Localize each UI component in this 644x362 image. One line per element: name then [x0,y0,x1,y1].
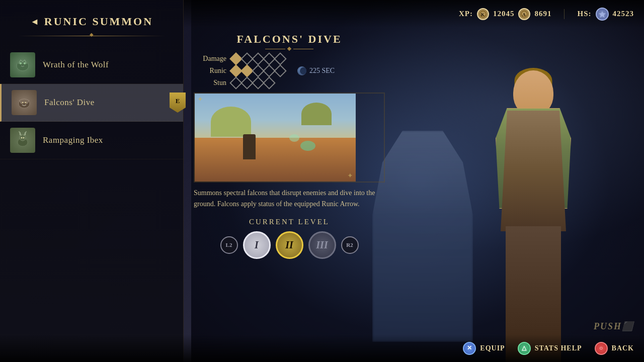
ibex-ability-name: Rampaging Ibex [43,135,103,145]
svg-point-6 [24,62,26,64]
push-logo: PUSH⬛ [594,321,634,332]
ability-title-section: FALCONS' DIVE [194,33,385,50]
stun-stat-row: Stun [194,78,385,87]
atreus-xp-icon: A [518,8,530,20]
scene-island-2 [301,103,332,125]
hs-icon [596,8,609,21]
equip-button[interactable]: ✕ EQUIP [463,342,505,355]
title-ornament [194,47,385,50]
atreus-character [438,20,629,362]
scene-character [243,134,256,159]
x-button-icon: ✕ [463,342,476,355]
runic-header: ◄ RUNIC SUMMON [0,0,183,33]
svg-point-8 [22,102,24,104]
hs-section: HS: 42523 [577,8,634,21]
stats-help-label: STATS HELP [535,344,582,352]
triangle-button-icon: △ [518,342,531,355]
damage-diamond-5 [274,52,286,65]
expand-corner-br: ✦ [347,171,353,180]
sidebar-title: RUNIC SUMMON [44,15,153,28]
level-section: CURRENT LEVEL L2 I II III R2 [194,218,385,259]
wolf-ability-name: Wrath of the Wolf [43,60,109,70]
level-1-circle[interactable]: I [243,231,271,259]
ability-description: Summons spectral falcons that disrupt en… [194,188,385,210]
svg-point-13 [23,137,25,139]
svg-text:K: K [481,12,485,17]
xp-value-1: 12045 [493,10,515,18]
svg-point-11 [20,135,26,141]
stun-diamond-4 [263,76,275,89]
bottom-action-bar: ✕ EQUIP △ STATS HELP ○ BACK [0,334,644,362]
svg-point-12 [21,137,23,139]
ability-item-wolf[interactable]: Wrath of the Wolf [0,46,183,84]
runic-diamonds [231,66,285,75]
svg-point-5 [20,62,22,64]
preview-scene [195,94,356,182]
runic-diamond-5 [274,64,286,77]
damage-stat-row: Damage [194,54,385,63]
damage-diamonds [231,54,285,63]
ibex-icon [10,128,35,153]
sidebar: ◄ RUNIC SUMMON Wrath of the Wolf [0,0,184,362]
preview-container: ✦ ✦ [194,93,385,183]
wolf-icon [10,52,35,77]
level-3-circle: III [308,231,336,259]
cooldown-label: 225 SEC [297,66,335,75]
falcon-icon [12,90,37,115]
level-2-circle[interactable]: II [276,231,303,259]
xp-section: XP: K 12045 A 8691 [459,8,552,20]
cooldown-value: 225 SEC [309,67,335,75]
xp-value-2: 8691 [534,10,551,18]
r2-button[interactable]: R2 [341,236,359,254]
l2-button[interactable]: L2 [220,236,238,254]
ability-item-ibex[interactable]: Rampaging Ibex [0,122,183,159]
level-title: CURRENT LEVEL [194,218,385,226]
back-button[interactable]: ○ BACK [595,342,634,355]
stats-help-button[interactable]: △ STATS HELP [518,342,582,355]
hs-label: HS: [577,10,591,18]
main-panel: FALCONS' DIVE Damage Runic [184,28,395,269]
ability-title: FALCONS' DIVE [194,33,385,46]
runic-divider [18,36,165,36]
level-controls: L2 I II III R2 [194,231,385,259]
stun-label: Stun [194,79,226,87]
scene-ground [195,138,356,182]
scene-falcon-1 [300,141,315,151]
hs-value: 42523 [613,10,634,18]
atreus-torso [501,111,566,231]
stun-diamonds [231,78,274,87]
moon-icon [297,66,306,75]
back-arrow[interactable]: ◄ [30,17,39,27]
back-label: BACK [612,344,634,352]
svg-point-9 [25,102,27,104]
svg-text:A: A [523,12,527,17]
ability-preview-image: ✦ ✦ [195,94,356,182]
ability-item-falcon[interactable]: Falcons' Dive E [0,84,183,122]
xp-label: XP: [459,10,473,18]
runic-label: Runic [194,67,226,75]
header-separator [564,9,565,19]
circle-button-icon: ○ [595,342,608,355]
scene-island-1 [211,107,251,137]
equip-label: EQUIP [480,344,505,352]
damage-label: Damage [194,55,226,63]
runic-stat-row: Runic 225 SEC [194,66,385,75]
falcon-ability-name: Falcons' Dive [44,98,95,108]
expand-corner-tl: ✦ [197,95,203,104]
stats-section: Damage Runic 225 SEC [194,54,385,87]
kratos-xp-icon: K [477,8,489,20]
